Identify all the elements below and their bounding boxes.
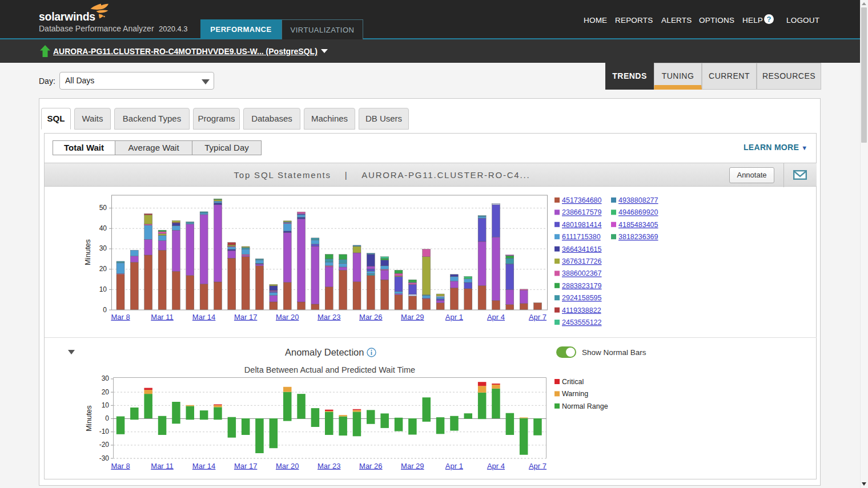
svg-text:3676317726: 3676317726: [562, 257, 602, 265]
svg-text:0: 0: [105, 414, 109, 422]
svg-text:-20: -20: [99, 441, 110, 449]
svg-text:10: 10: [102, 401, 110, 409]
svg-text:3818236369: 3818236369: [618, 233, 658, 241]
svg-text:4938808277: 4938808277: [618, 196, 658, 204]
svg-text:Mar 29: Mar 29: [401, 313, 424, 321]
svg-text:Mar 11: Mar 11: [151, 313, 174, 321]
svg-text:Mar 17: Mar 17: [234, 462, 257, 470]
svg-text:Minutes: Minutes: [83, 239, 92, 265]
svg-text:Warning: Warning: [562, 390, 588, 398]
svg-text:40: 40: [99, 224, 107, 232]
svg-text:Critical: Critical: [562, 378, 584, 386]
svg-text:4185483405: 4185483405: [618, 221, 658, 229]
svg-text:2924158595: 2924158595: [562, 294, 602, 302]
svg-text:-30: -30: [99, 454, 110, 462]
svg-text:Mar 14: Mar 14: [192, 462, 215, 470]
svg-text:-10: -10: [99, 427, 110, 435]
svg-text:Mar 17: Mar 17: [234, 313, 257, 321]
svg-text:Apr 7: Apr 7: [529, 462, 546, 470]
svg-text:4801981414: 4801981414: [562, 221, 602, 229]
svg-text:Apr 1: Apr 1: [445, 313, 463, 321]
svg-text:20: 20: [102, 388, 110, 396]
svg-text:Apr 7: Apr 7: [529, 313, 546, 321]
svg-text:2453555122: 2453555122: [562, 318, 602, 326]
svg-text:Mar 26: Mar 26: [359, 313, 382, 321]
svg-text:Mar 14: Mar 14: [192, 313, 215, 321]
svg-text:Mar 8: Mar 8: [111, 313, 130, 321]
svg-text:30: 30: [99, 244, 107, 252]
svg-text:30: 30: [102, 374, 110, 382]
svg-text:2386617579: 2386617579: [562, 208, 602, 216]
svg-text:20: 20: [99, 265, 107, 273]
svg-text:Mar 23: Mar 23: [318, 462, 340, 470]
svg-text:0: 0: [103, 306, 107, 314]
svg-text:Mar 8: Mar 8: [111, 462, 130, 470]
svg-text:Mar 29: Mar 29: [401, 462, 424, 470]
svg-text:2883823179: 2883823179: [562, 282, 602, 290]
svg-text:4946869920: 4946869920: [618, 208, 658, 216]
svg-text:10: 10: [99, 285, 107, 293]
svg-text:3886002367: 3886002367: [562, 269, 602, 277]
svg-text:4119338822: 4119338822: [562, 306, 601, 314]
svg-text:50: 50: [99, 204, 107, 212]
svg-text:Apr 4: Apr 4: [487, 313, 505, 321]
svg-text:Mar 23: Mar 23: [318, 313, 340, 321]
svg-text:4517364680: 4517364680: [562, 196, 602, 204]
svg-text:Minutes: Minutes: [85, 405, 93, 431]
svg-text:6111715380: 6111715380: [562, 233, 601, 241]
svg-text:3664341615: 3664341615: [562, 245, 602, 253]
svg-text:Mar 20: Mar 20: [276, 313, 299, 321]
svg-text:Apr 1: Apr 1: [445, 462, 463, 470]
svg-text:Delta Between Actual and Predi: Delta Between Actual and Predicted Wait …: [244, 365, 415, 374]
svg-text:Normal Range: Normal Range: [562, 402, 608, 410]
svg-text:Mar 20: Mar 20: [276, 462, 299, 470]
svg-text:Mar 11: Mar 11: [151, 462, 174, 470]
svg-text:Mar 26: Mar 26: [359, 462, 382, 470]
svg-text:Apr 4: Apr 4: [487, 462, 505, 470]
